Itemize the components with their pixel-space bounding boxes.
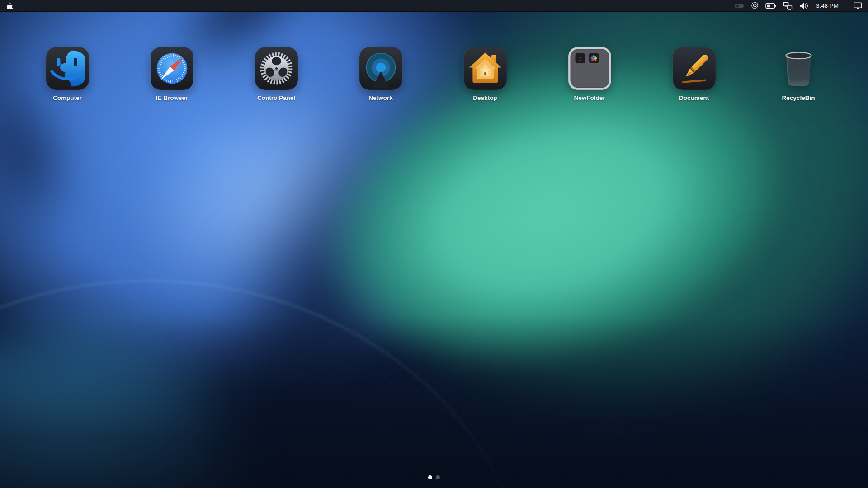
app-label: Computer bbox=[53, 94, 82, 101]
safari-compass-icon bbox=[150, 47, 194, 90]
app-label: ControlPanel bbox=[257, 94, 295, 101]
finder-face-icon bbox=[46, 47, 90, 90]
home-house-icon bbox=[463, 47, 507, 90]
app-icon-controlpanel[interactable]: ControlPanel bbox=[240, 47, 312, 101]
app-icon-desktop[interactable]: Desktop bbox=[449, 47, 521, 101]
app-label: Network bbox=[368, 94, 392, 101]
app-label: RecycleBin bbox=[782, 94, 815, 101]
page-dot-1[interactable] bbox=[428, 475, 432, 479]
network-arcs-icon bbox=[359, 47, 403, 90]
app-label: IE Browser bbox=[156, 94, 188, 101]
app-label: Desktop bbox=[473, 94, 497, 101]
menu-bar: 3:48 PM bbox=[0, 0, 868, 12]
app-label: NewFolder bbox=[574, 94, 605, 101]
app-label: Document bbox=[679, 94, 709, 101]
app-icon-newfolder[interactable]: ♪ NewFo bbox=[553, 47, 626, 101]
app-icon-network[interactable]: Network bbox=[344, 47, 417, 101]
volume-speaker-icon[interactable] bbox=[799, 0, 809, 12]
music-note-mini-icon: ♪ bbox=[575, 53, 585, 63]
battery-icon[interactable] bbox=[765, 0, 777, 12]
notification-bubble-icon[interactable] bbox=[853, 0, 863, 12]
app-icon-recyclebin[interactable]: RecycleBin bbox=[762, 47, 835, 101]
dimmed-toggle-icon[interactable] bbox=[734, 0, 744, 12]
photos-flower-mini-icon bbox=[589, 53, 599, 63]
ethernet-network-icon[interactable] bbox=[783, 0, 793, 12]
linen-folder-icon: ♪ bbox=[568, 47, 612, 90]
app-icon-ie-browser[interactable]: IE Browser bbox=[136, 47, 208, 101]
settings-gear-icon bbox=[255, 47, 298, 90]
pen-document-icon bbox=[672, 47, 716, 90]
svg-text:♪: ♪ bbox=[578, 54, 582, 62]
wallpaper-bottom-fade bbox=[0, 316, 868, 488]
page-indicator bbox=[428, 475, 440, 479]
app-icon-computer[interactable]: Computer bbox=[31, 47, 104, 101]
trash-can-icon bbox=[777, 47, 821, 90]
menu-bar-clock[interactable]: 3:48 PM bbox=[815, 2, 840, 9]
page-dot-2[interactable] bbox=[436, 475, 440, 479]
apple-logo-icon[interactable] bbox=[7, 0, 13, 12]
app-icon-document[interactable]: Document bbox=[658, 47, 730, 101]
camera-indicator-icon[interactable] bbox=[750, 0, 759, 12]
launchpad-icon-row: Computer IE Browser bbox=[31, 47, 835, 101]
